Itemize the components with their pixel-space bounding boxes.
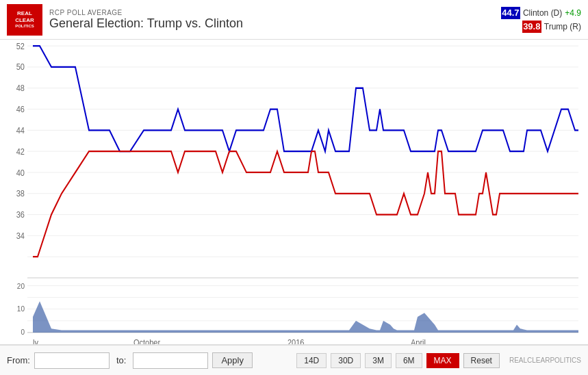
to-input[interactable]	[133, 352, 208, 369]
svg-text:2016: 2016	[287, 338, 305, 344]
from-input[interactable]	[34, 352, 110, 369]
btn-reset[interactable]: Reset	[463, 353, 500, 368]
legend-trump: 39.8 Trump (R)	[522, 21, 581, 33]
app: REAL CLEAR POLITICS RCP POLL AVERAGE Gen…	[0, 0, 588, 375]
logo-text: REAL CLEAR POLITICS	[15, 10, 34, 28]
btn-max[interactable]: MAX	[426, 353, 459, 368]
trump-value-box: 39.8	[522, 21, 541, 33]
apply-button[interactable]: Apply	[212, 352, 253, 368]
footer: From: to: Apply 14D 30D 3M 6M MAX Reset …	[0, 345, 588, 375]
svg-text:42: 42	[16, 146, 25, 157]
clinton-label: Clinton (D)	[523, 8, 562, 18]
footer-brand: REALCLEARPOLITICS	[509, 357, 581, 364]
legend-clinton: 44.7 Clinton (D) +4.9	[501, 7, 581, 19]
chart-container: 52 50 48 46 44 42 40 38 36 34 20 10 0 ly…	[0, 40, 588, 345]
clinton-value-box: 44.7	[501, 7, 520, 19]
svg-text:46: 46	[16, 104, 25, 114]
svg-text:48: 48	[16, 83, 25, 94]
btn-3m[interactable]: 3M	[365, 353, 392, 368]
svg-text:52: 52	[16, 41, 25, 51]
svg-text:ly: ly	[33, 338, 38, 344]
svg-text:50: 50	[16, 62, 25, 73]
svg-text:38: 38	[16, 189, 25, 199]
from-label: From:	[7, 355, 30, 365]
chart-title: General Election: Trump vs. Clinton	[49, 16, 501, 31]
legend: 44.7 Clinton (D) +4.9 39.8 Trump (R)	[501, 7, 581, 33]
svg-text:10: 10	[17, 304, 25, 313]
header-text: RCP POLL AVERAGE General Election: Trump…	[49, 9, 501, 31]
svg-text:April: April	[411, 338, 426, 344]
svg-text:October: October	[133, 338, 160, 344]
clinton-change: +4.9	[565, 8, 581, 18]
trump-label: Trump (R)	[544, 22, 581, 31]
btn-30d[interactable]: 30D	[331, 353, 361, 368]
svg-rect-0	[0, 40, 588, 344]
btn-14d[interactable]: 14D	[296, 353, 327, 368]
svg-text:20: 20	[17, 281, 25, 290]
svg-text:34: 34	[16, 231, 25, 241]
logo: REAL CLEAR POLITICS	[7, 4, 42, 36]
svg-text:36: 36	[16, 209, 25, 220]
to-label: to:	[116, 355, 126, 365]
rcp-label: RCP POLL AVERAGE	[49, 9, 501, 16]
header: REAL CLEAR POLITICS RCP POLL AVERAGE Gen…	[0, 0, 588, 40]
chart-svg: 52 50 48 46 44 42 40 38 36 34 20 10 0 ly…	[0, 40, 588, 344]
svg-text:40: 40	[16, 168, 25, 178]
svg-text:0: 0	[21, 328, 25, 337]
svg-text:44: 44	[16, 125, 25, 135]
btn-6m[interactable]: 6M	[396, 353, 422, 368]
